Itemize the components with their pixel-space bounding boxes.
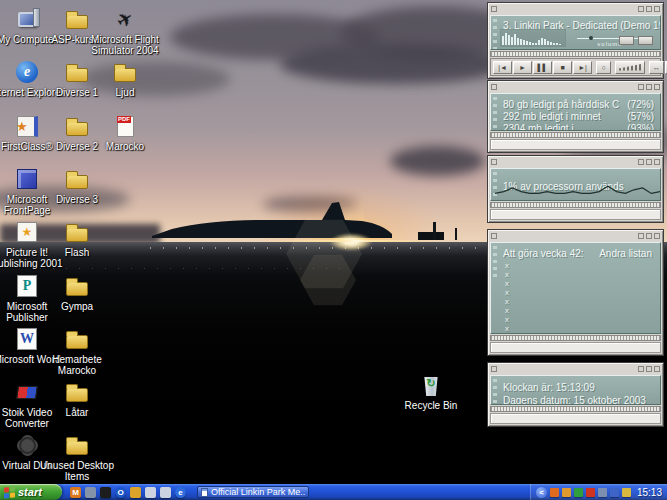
publisher-icon: P xyxy=(14,273,40,299)
quicklaunch-mirc-icon[interactable]: M xyxy=(70,487,81,498)
widget-minimize-box[interactable] xyxy=(638,159,644,165)
widget-maximize-box[interactable] xyxy=(646,6,652,12)
player-aux-1-button[interactable]: ○ xyxy=(596,61,611,74)
desktop-icon-stoik-video-converter[interactable]: Stoik Video Converter xyxy=(0,379,54,429)
folder-icon xyxy=(64,59,90,85)
windows-flag-icon xyxy=(4,486,15,498)
tray-2-icon[interactable] xyxy=(562,488,571,497)
task-button-label: Official Linkin Park Me... xyxy=(211,487,305,497)
spectrum-bar xyxy=(538,40,540,45)
tray-5-icon[interactable] xyxy=(598,488,607,497)
folder-icon xyxy=(64,432,90,458)
slider-knob[interactable] xyxy=(589,36,593,40)
quicklaunch-winamp-icon[interactable] xyxy=(100,487,111,498)
desktop-icon-microsoft-frontpage[interactable]: Microsoft FrontPage xyxy=(0,166,54,216)
vdub-icon xyxy=(14,432,40,458)
desktop-icon-flash[interactable]: Flash xyxy=(50,219,104,258)
mycomputer-icon xyxy=(14,6,40,32)
volume-bars-button[interactable] xyxy=(615,61,645,74)
widget-minimize-box[interactable] xyxy=(638,6,644,12)
widget-minimize-box[interactable] xyxy=(638,84,644,90)
spectrum-bar xyxy=(514,34,516,45)
spectrum-bar xyxy=(502,36,504,45)
quicklaunch-app-gray-icon[interactable] xyxy=(85,487,96,498)
tray-clock[interactable]: 15:13 xyxy=(637,487,662,498)
widget-titlebar[interactable] xyxy=(490,82,661,92)
desktop-icon-gympa[interactable]: Gympa xyxy=(50,273,104,312)
widget-stripe-bar xyxy=(490,202,661,208)
widget-maximize-box[interactable] xyxy=(646,366,652,372)
widget-menu-box[interactable] xyxy=(491,233,497,239)
transport-controls: |◄►▌▌■►|○↔▲ xyxy=(490,58,661,76)
desktop: My ComputerASP-kurser✈Microsoft Flight S… xyxy=(0,0,667,500)
sysinfo-row: 2304 mb ledigt i växlingsfilen(93%) xyxy=(503,123,654,131)
todo-title: Att göra vecka 42: xyxy=(503,248,584,259)
flightsim-icon: ✈ xyxy=(112,6,138,32)
widget-maximize-box[interactable] xyxy=(646,84,652,90)
desktop-icon-ljud[interactable]: Ljud xyxy=(98,59,152,98)
widget-menu-box[interactable] xyxy=(491,6,497,12)
widget-titlebar[interactable] xyxy=(490,231,661,241)
widget-titlebar[interactable] xyxy=(490,4,661,14)
quicklaunch-internet-explorer-icon[interactable]: e xyxy=(175,487,186,498)
widget-menu-box[interactable] xyxy=(491,366,497,372)
desktop-icon-hemarbete-marocko[interactable]: Hemarbete Marocko xyxy=(50,326,104,376)
widget-close-box[interactable] xyxy=(654,366,660,372)
widget-close-box[interactable] xyxy=(654,159,660,165)
tray-icons xyxy=(550,488,631,497)
play-button[interactable]: ► xyxy=(513,61,532,74)
cpu-widget-window: 1% av processorn används xyxy=(487,155,664,223)
tray-4-icon[interactable] xyxy=(586,488,595,497)
frontpage-icon xyxy=(14,166,40,192)
spectrum-bar xyxy=(520,39,522,45)
widget-maximize-box[interactable] xyxy=(646,233,652,239)
widget-maximize-box[interactable] xyxy=(646,159,652,165)
next-button[interactable]: ►| xyxy=(573,61,592,74)
tray-7-icon[interactable] xyxy=(622,488,631,497)
tray-6-icon[interactable] xyxy=(610,488,619,497)
quicklaunch-opera-icon[interactable]: O xyxy=(115,487,126,498)
player-mini-button-1[interactable] xyxy=(619,36,634,45)
quicklaunch-pen-icon[interactable] xyxy=(130,487,141,498)
widget-menu-box[interactable] xyxy=(491,159,497,165)
widget-titlebar[interactable] xyxy=(490,157,661,167)
desktop-icon-picture-it-publishing-2001[interactable]: ★Picture It! Publishing 2001 xyxy=(0,219,54,269)
desktop-icon-label: Låtar xyxy=(37,407,117,418)
desktop-icon-unused-desktop-items[interactable]: Unused Desktop Items xyxy=(50,432,104,482)
desktop-icon-marocko[interactable]: PDFMarocko xyxy=(98,113,152,152)
stop-button[interactable]: ■ xyxy=(553,61,572,74)
widget-close-box[interactable] xyxy=(654,84,660,90)
quicklaunch-contact-2-icon[interactable] xyxy=(160,487,171,498)
quicklaunch-contact-1-icon[interactable] xyxy=(145,487,156,498)
widget-titlebar[interactable] xyxy=(490,364,661,374)
sysinfo-row: 292 mb ledigt i minnet(57%) xyxy=(503,111,654,123)
widget-menu-box[interactable] xyxy=(491,84,497,90)
widget-status-bar xyxy=(490,413,661,424)
spectrum-bar xyxy=(541,38,543,45)
widget-status-bar xyxy=(490,139,661,150)
todo-alt-list-link[interactable]: Andra listan xyxy=(599,248,652,259)
tray-1-icon[interactable] xyxy=(550,488,559,497)
tray-chevron-icon[interactable]: < xyxy=(536,487,547,498)
widget-close-box[interactable] xyxy=(654,6,660,12)
spectrum-bar xyxy=(529,42,531,45)
tray-3-icon[interactable] xyxy=(574,488,583,497)
desktop-icon-recycle-bin[interactable]: ↻Recycle Bin xyxy=(404,372,458,411)
player-mini-button-2[interactable] xyxy=(638,36,653,45)
taskbar-task-button[interactable]: Official Linkin Park Me... xyxy=(197,486,309,498)
widget-close-box[interactable] xyxy=(654,233,660,239)
pictureit-icon: ★ xyxy=(14,219,40,245)
spectrum-bar xyxy=(511,37,513,45)
desktop-icon-microsoft-flight-simulator-2004[interactable]: ✈Microsoft Flight Simulator 2004 xyxy=(98,6,152,56)
player-aux-2-button[interactable]: ↔ xyxy=(649,61,664,74)
clock-widget-body: Klockan är: 15:13:09 Dagens datum: 15 ok… xyxy=(490,375,661,405)
widget-minimize-box[interactable] xyxy=(638,233,644,239)
pause-button[interactable]: ▌▌ xyxy=(533,61,552,74)
widget-minimize-box[interactable] xyxy=(638,366,644,372)
desktop-icon-microsoft-publisher[interactable]: PMicrosoft Publisher xyxy=(0,273,54,323)
desktop-icon-diverse-3[interactable]: Diverse 3 xyxy=(50,166,104,205)
start-button[interactable]: start xyxy=(0,484,62,500)
previous-button[interactable]: |◄ xyxy=(493,61,512,74)
desktop-icon-label: Hemarbete Marocko xyxy=(37,354,117,376)
desktop-icon-l-tar[interactable]: Låtar xyxy=(50,379,104,418)
